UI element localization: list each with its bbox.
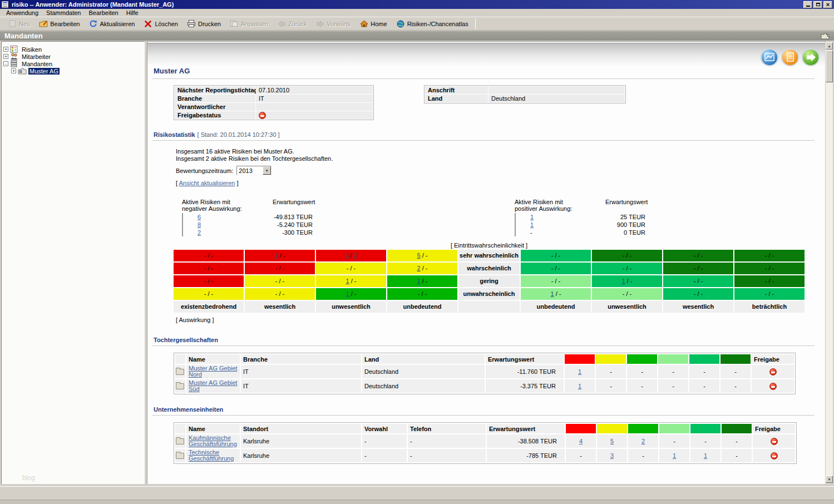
section-heading-tochtergesellschaften: Tochtergesellschaften: [154, 337, 218, 343]
matrix-count-link[interactable]: 5: [417, 252, 421, 259]
folder-icon: [176, 383, 184, 389]
menu-stammdaten[interactable]: Stammdaten: [42, 9, 85, 17]
risk-count-link[interactable]: 6: [198, 214, 201, 220]
entity-link[interactable]: Muster AG Gebiet Nord: [189, 365, 238, 378]
report-button[interactable]: [781, 48, 800, 67]
matrix-count: -: [694, 252, 696, 259]
period-row: Bewertungszeitraum: 2013: [176, 166, 272, 175]
close-button[interactable]: [823, 1, 832, 8]
legend-row: -0 TEUR: [515, 229, 645, 236]
matrix-count: -: [283, 290, 285, 297]
legend-color-swatch: [182, 213, 183, 221]
risk-count-cell: -: [658, 379, 688, 393]
matrix-count: -: [211, 265, 214, 271]
tree-item-risiken[interactable]: +Risiken: [3, 46, 142, 53]
matrix-cell: - / -: [592, 288, 662, 300]
risk-color-header: [721, 354, 751, 364]
toolbar-button-bearbeiten[interactable]: Bearbeiten: [34, 18, 84, 30]
risk-count-link[interactable]: 4: [579, 438, 583, 444]
period-select[interactable]: 2013: [236, 166, 272, 175]
toolbar-button-aktualisieren[interactable]: Aktualisieren: [84, 18, 139, 30]
chevron-down-icon[interactable]: [263, 166, 271, 175]
entity-link[interactable]: Kaufmännische Geschäftsführung: [189, 435, 238, 447]
matrix-count-link[interactable]: 3: [345, 252, 348, 259]
scroll-down-button[interactable]: [826, 476, 833, 483]
toolbar-button-drucken[interactable]: Drucken: [182, 18, 225, 30]
forward-button[interactable]: [801, 48, 820, 67]
risk-count-link[interactable]: 2: [198, 229, 201, 236]
freigabe-cell: [753, 449, 795, 462]
menu-bearbeiten[interactable]: Bearbeiten: [85, 9, 122, 17]
active-risks-line2: Insgesamt 2 aktive Risiken bei den Tocht…: [176, 155, 333, 162]
toolbar-button-label: Risiken-/Chancenatlas: [407, 21, 468, 27]
matrix-count-link[interactable]: 1: [346, 278, 349, 284]
matrix-count-link[interactable]: 1: [275, 252, 278, 259]
tree-item-mitarbeiter[interactable]: +Mitarbeiter: [3, 53, 142, 60]
toolbar-button-risiken-chancenatlas[interactable]: Risiken-/Chancenatlas: [392, 18, 473, 30]
matrix-top-label: [ Eintrittswahrscheinlichkeit ]: [428, 242, 550, 249]
scrollbar-thumb[interactable]: [826, 50, 833, 82]
expand-icon[interactable]: +: [11, 68, 16, 73]
menu-bar: AnwendungStammdatenBearbeitenHilfe: [0, 9, 834, 17]
freigabe-cell: [752, 379, 794, 393]
toolbar-button-l-schen[interactable]: Löschen: [139, 18, 182, 30]
legend-row: 8-5.240 TEUR: [182, 221, 313, 229]
risk-count-link[interactable]: 3: [610, 453, 614, 459]
pin-folder-icon[interactable]: [821, 33, 830, 39]
entity-link[interactable]: Technische Geschäftführung: [189, 449, 238, 462]
legend-value: -5.240 TEUR: [214, 221, 313, 228]
collapse-icon[interactable]: -: [3, 61, 8, 66]
vertical-scrollbar[interactable]: [826, 42, 833, 483]
matrix-count-link[interactable]: 2: [354, 252, 357, 259]
legend-swatch-cell: [182, 229, 198, 236]
risk-color-header: [690, 424, 721, 433]
risk-color-header: [596, 354, 626, 364]
matrix-count: -: [283, 278, 285, 284]
risk-count-link[interactable]: 1: [530, 214, 534, 220]
denied-status-icon: [769, 383, 777, 390]
expand-icon[interactable]: +: [3, 47, 8, 52]
matrix-count: -: [204, 252, 206, 259]
risk-count-link[interactable]: 8: [198, 221, 201, 228]
info-value: IT: [256, 95, 373, 102]
matrix-count: -: [354, 290, 357, 297]
chart-button[interactable]: [760, 48, 779, 67]
entity-link[interactable]: Muster AG Gebiet Süd: [189, 380, 238, 392]
risk-count-link[interactable]: 1: [578, 369, 581, 375]
risk-count-link[interactable]: 5: [610, 438, 614, 444]
matrix-count-link[interactable]: 1: [551, 290, 554, 297]
risk-count-link[interactable]: 2: [641, 438, 645, 444]
tree-item-muster-ag[interactable]: +Muster AG: [3, 67, 142, 75]
freigabe-cell: [752, 365, 794, 378]
status-bar: [0, 486, 834, 500]
risk-count-cell: 1: [659, 449, 689, 462]
matrix-count: -: [347, 265, 349, 271]
land-cell: Deutschland: [362, 365, 485, 378]
refresh-view-link[interactable]: Ansicht aktualisieren: [179, 180, 235, 186]
scroll-up-button[interactable]: [826, 42, 833, 50]
matrix-count-link[interactable]: 1: [622, 278, 625, 284]
matrix-count-link[interactable]: 1: [346, 290, 349, 297]
risk-count-link[interactable]: 1: [530, 221, 534, 228]
legend-positive-title: Aktive Risiken mit positiver Auswirkung:: [515, 199, 572, 212]
minimize-button[interactable]: [803, 1, 812, 8]
menu-anwendung[interactable]: Anwendung: [2, 9, 42, 17]
risk-count-link[interactable]: 1: [578, 383, 581, 389]
expand-icon[interactable]: +: [3, 54, 8, 59]
matrix-count: -: [204, 278, 206, 284]
risk-count-link[interactable]: 1: [704, 453, 707, 459]
impact-axis-label: wesentlich: [245, 301, 315, 313]
menu-hilfe[interactable]: Hilfe: [122, 9, 142, 17]
tree-item-mandanten[interactable]: -Mandanten: [3, 60, 142, 67]
erwartungswert-cell: -785 TEUR: [487, 449, 565, 462]
matrix-cell: - / -: [663, 288, 733, 300]
matrix-count: -: [701, 278, 703, 284]
header-band: [147, 43, 825, 66]
matrix-count-link[interactable]: 1: [417, 278, 421, 284]
matrix-count-link[interactable]: 2: [417, 265, 421, 271]
risk-count-link[interactable]: 1: [673, 453, 676, 459]
restore-button[interactable]: [813, 1, 822, 8]
matrix-count: -: [551, 252, 554, 259]
toolbar-button-home[interactable]: Home: [355, 18, 391, 30]
info-label: Land: [425, 95, 488, 102]
